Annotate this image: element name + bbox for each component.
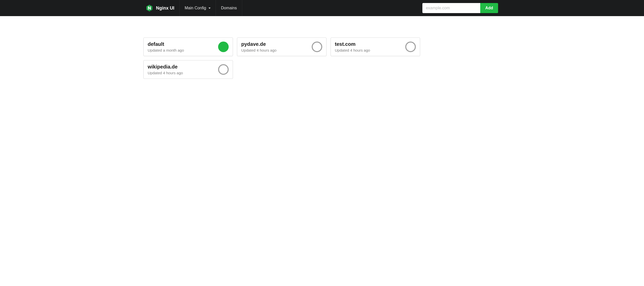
domain-card[interactable]: test.comUpdated 4 hours ago [331, 38, 420, 56]
domain-card[interactable]: pydave.deUpdated 4 hours ago [237, 38, 327, 56]
domain-card-body: wikipedia.deUpdated 4 hours ago [148, 64, 218, 75]
nav-main-config-label: Main Config [185, 6, 206, 10]
domain-updated: Updated a month ago [148, 48, 218, 52]
domain-cards-grid: defaultUpdated a month agopydave.deUpdat… [143, 38, 501, 79]
domain-card-body: defaultUpdated a month ago [148, 41, 218, 52]
nav-domains[interactable]: Domains [216, 0, 242, 16]
status-disabled-icon[interactable] [312, 42, 322, 52]
navbar-right: Add [422, 3, 501, 13]
domain-name: pydave.de [241, 41, 312, 47]
domain-card[interactable]: defaultUpdated a month ago [143, 38, 233, 56]
domain-name: wikipedia.de [148, 64, 218, 70]
add-domain-input[interactable] [422, 3, 480, 13]
domain-updated: Updated 4 hours ago [241, 48, 312, 52]
status-disabled-icon[interactable] [218, 64, 229, 75]
navbar: Nginx UI Main Config Domains Add [0, 0, 644, 16]
add-domain-button[interactable]: Add [480, 3, 498, 13]
domain-updated: Updated 4 hours ago [335, 48, 405, 52]
nginx-logo-icon [146, 5, 153, 12]
status-disabled-icon[interactable] [405, 42, 416, 52]
nav-domains-label: Domains [221, 6, 237, 10]
domain-card[interactable]: wikipedia.deUpdated 4 hours ago [143, 60, 233, 79]
svg-marker-1 [149, 5, 152, 11]
domain-card-body: test.comUpdated 4 hours ago [335, 41, 405, 52]
status-enabled-icon[interactable] [218, 42, 229, 52]
main-container: defaultUpdated a month agopydave.deUpdat… [138, 16, 506, 79]
brand-title: Nginx UI [156, 6, 174, 11]
add-domain-form: Add [422, 3, 498, 13]
domain-updated: Updated 4 hours ago [148, 71, 218, 75]
caret-down-icon [209, 8, 211, 9]
nav-main-config[interactable]: Main Config [180, 0, 216, 16]
navbar-inner: Nginx UI Main Config Domains Add [138, 0, 506, 16]
domain-card-body: pydave.deUpdated 4 hours ago [241, 41, 312, 52]
domain-name: test.com [335, 41, 405, 47]
brand-link[interactable]: Nginx UI [143, 0, 180, 16]
domain-name: default [148, 41, 218, 47]
